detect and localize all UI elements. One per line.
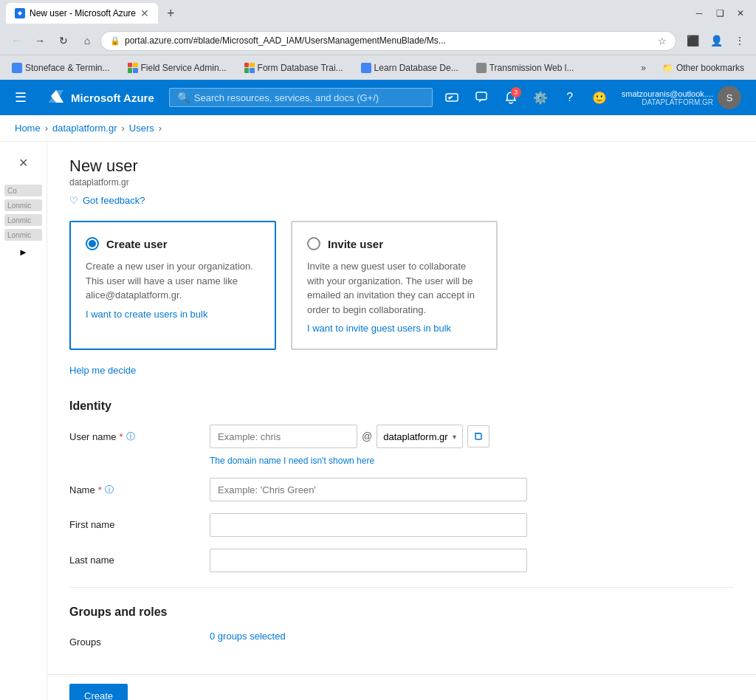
page-subtitle: dataplatform.gr (69, 177, 734, 188)
notification-badge: 3 (511, 87, 521, 97)
copy-domain-button[interactable] (467, 425, 489, 447)
groups-label: Groups (69, 636, 101, 648)
home-button[interactable]: ⌂ (77, 30, 97, 51)
chevron-down-icon: ▾ (453, 433, 456, 441)
name-label: Name (69, 484, 95, 495)
tab-favicon (15, 8, 25, 18)
new-tab-button[interactable]: + (162, 4, 179, 23)
user-org: DATAPLATFORM.GR (622, 98, 713, 106)
bookmark-form-database[interactable]: Form Database Trai... (238, 61, 349, 75)
create-user-description: Create a new user in your organization. … (86, 259, 260, 303)
bookmarks-more-button[interactable]: » (636, 61, 650, 75)
browser-tab[interactable]: New user - Microsoft Azure ✕ (6, 3, 158, 24)
bookmark-icon-form-database (244, 63, 255, 73)
feedback-icon[interactable] (468, 84, 495, 111)
username-info-icon[interactable]: ⓘ (126, 430, 135, 443)
name-row: Name * ⓘ (69, 478, 734, 501)
left-panel-stub-2: Lonmic (4, 214, 42, 226)
search-icon: 🔍 (177, 92, 190, 103)
user-avatar[interactable]: S (718, 86, 741, 109)
bottom-bar: Create (47, 674, 756, 700)
star-icon[interactable]: ☆ (658, 35, 667, 47)
help-icon[interactable]: ? (557, 84, 583, 111)
firstname-label: First name (69, 519, 114, 530)
username-required: * (120, 431, 123, 442)
groups-link[interactable]: 0 groups selected (210, 631, 286, 642)
feedback-link[interactable]: ♡ Got feedback? (69, 195, 734, 206)
create-user-radio[interactable] (86, 237, 99, 250)
svg-rect-3 (475, 433, 481, 439)
tab-title: New user - Microsoft Azure (30, 8, 136, 18)
bookmark-icon-transmission (476, 63, 487, 73)
invite-user-option[interactable]: Invite user Invite a new guest user to c… (291, 221, 498, 350)
other-bookmarks-button[interactable]: 📁 Other bookmarks (656, 61, 750, 75)
bookmark-icon-field-service (128, 63, 138, 73)
azure-logo: Microsoft Azure (38, 89, 163, 106)
maximize-button[interactable]: ❑ (710, 6, 729, 21)
invite-users-bulk-link[interactable]: I want to invite guest users in bulk (307, 323, 451, 334)
create-user-option[interactable]: Create user Create a new user in your or… (69, 221, 276, 350)
lastname-row: Last name (69, 549, 734, 572)
close-button[interactable]: ✕ (731, 6, 750, 21)
heart-icon: ♡ (69, 195, 78, 206)
breadcrumb-tenant[interactable]: dataplatform.gr (52, 123, 117, 134)
svg-rect-2 (476, 92, 487, 100)
lastname-label: Last name (69, 555, 114, 566)
lock-icon: 🔒 (110, 36, 120, 46)
breadcrumb-users[interactable]: Users (129, 123, 154, 134)
bookmark-learn-database[interactable]: Learn Database De... (355, 61, 464, 75)
address-bar[interactable]: 🔒 portal.azure.com/#blade/Microsoft_AAD_… (100, 31, 676, 51)
folder-icon: 📁 (662, 63, 673, 73)
invite-user-radio[interactable] (307, 237, 320, 250)
bookmark-icon-stoneface (12, 63, 22, 73)
username-label: User name (69, 431, 117, 442)
user-type-options: Create user Create a new user in your or… (69, 221, 734, 350)
bookmarks-bar: Stoneface & Termin... Field Service Admi… (0, 55, 756, 80)
create-user-title: Create user (106, 238, 168, 250)
bookmark-field-service[interactable]: Field Service Admin... (122, 61, 233, 75)
name-input[interactable] (210, 478, 527, 501)
lastname-input[interactable] (210, 549, 527, 572)
invite-user-description: Invite a new guest user to collaborate w… (307, 259, 481, 317)
settings-icon[interactable]: ⚙️ (527, 84, 554, 111)
name-info-icon[interactable]: ⓘ (105, 484, 114, 496)
expand-panel-button[interactable]: ► (4, 244, 42, 258)
bookmark-icon-learn-database (361, 63, 371, 73)
back-button[interactable]: ← (6, 30, 27, 51)
sidebar-close-button[interactable]: ✕ (10, 149, 37, 176)
menu-icon[interactable]: ⋮ (729, 30, 750, 51)
notifications-icon[interactable]: 3 (498, 84, 524, 111)
close-tab-icon[interactable]: ✕ (140, 7, 149, 19)
azure-topnav: ☰ Microsoft Azure 🔍 (0, 80, 756, 115)
at-symbol: @ (362, 430, 372, 442)
left-panel-stub-1: Lonmic (4, 199, 42, 211)
reload-button[interactable]: ↻ (53, 30, 74, 51)
url-text: portal.azure.com/#blade/Microsoft_AAD_IA… (125, 35, 653, 46)
firstname-row: First name (69, 513, 734, 537)
username-row: User name * ⓘ @ dataplatform.gr ▾ (69, 425, 734, 466)
user-menu[interactable]: smatzouranis@outlook.... DATAPLATFORM.GR… (616, 83, 747, 112)
bookmark-stoneface[interactable]: Stoneface & Termin... (6, 61, 116, 75)
breadcrumb: Home › dataplatform.gr › Users › (0, 115, 756, 142)
help-decide-link[interactable]: Help me decide (69, 365, 136, 376)
extensions-icon[interactable]: ⬛ (682, 30, 703, 51)
domain-dropdown[interactable]: dataplatform.gr ▾ (377, 425, 462, 448)
create-button[interactable]: Create (69, 684, 128, 700)
domain-hint-link[interactable]: The domain name I need isn't shown here (210, 456, 374, 466)
breadcrumb-home[interactable]: Home (15, 123, 41, 134)
hamburger-icon[interactable]: ☰ (9, 86, 32, 109)
smiley-icon[interactable]: 🙂 (586, 84, 613, 111)
user-email: smatzouranis@outlook.... (622, 89, 713, 98)
domain-text: dataplatform.gr (383, 431, 447, 442)
forward-button[interactable]: → (30, 30, 50, 51)
bookmark-transmission[interactable]: Transmission Web l... (470, 61, 580, 75)
minimize-button[interactable]: ─ (690, 6, 709, 21)
create-users-bulk-link[interactable]: I want to create users in bulk (86, 309, 207, 320)
search-input[interactable] (194, 92, 425, 103)
cloud-shell-icon[interactable] (439, 84, 465, 111)
username-input[interactable] (210, 425, 357, 448)
profile-icon[interactable]: 👤 (706, 30, 726, 51)
search-box[interactable]: 🔍 (169, 88, 433, 107)
firstname-input[interactable] (210, 513, 527, 537)
groups-row: Groups 0 groups selected (69, 631, 734, 648)
